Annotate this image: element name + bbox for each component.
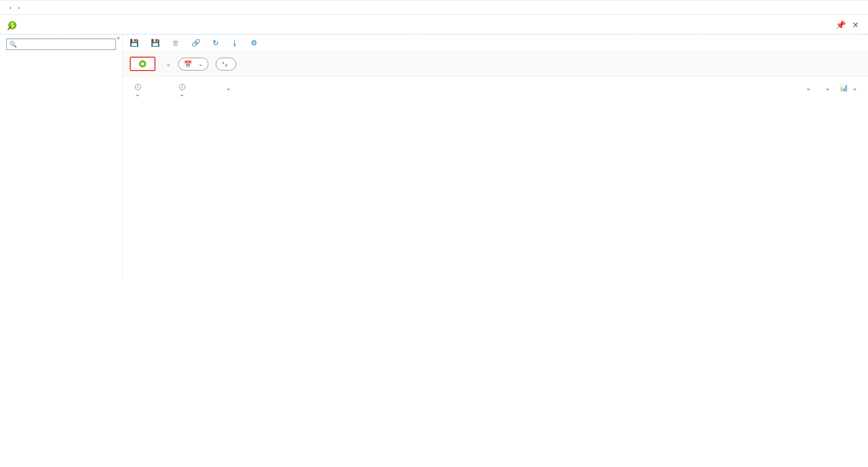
sidebar-search-input[interactable] bbox=[6, 39, 116, 50]
save-as-icon: 💾 bbox=[151, 39, 160, 47]
area-chart-icon: 📊 bbox=[840, 84, 848, 92]
chevron-down-icon: ⌄ bbox=[852, 84, 858, 92]
chevron-right-icon: › bbox=[18, 4, 20, 11]
chart-type-dropdown[interactable]: 📊 ⌄ bbox=[840, 84, 858, 92]
controls-row: ⌄ 📅⌄ ⁺ᵧ bbox=[123, 51, 868, 77]
refresh-button[interactable]: ↻ bbox=[213, 39, 222, 47]
svg-text:$: $ bbox=[11, 22, 14, 29]
save-button[interactable]: 💾 bbox=[130, 39, 142, 47]
share-button[interactable]: 🔗 bbox=[192, 39, 203, 47]
chevron-down-icon: ⌄ bbox=[166, 60, 171, 67]
pin-button[interactable]: 📌 bbox=[832, 18, 849, 32]
gear-icon: ⚙ bbox=[251, 39, 257, 47]
chevron-down-icon: ⌄ bbox=[806, 84, 811, 92]
add-filter-button[interactable]: ⁺ᵧ bbox=[216, 58, 236, 71]
breadcrumb: › › bbox=[0, 0, 868, 15]
content-area: 💾 💾 🗑 🔗 ↻ ⭳ ⚙ ⌄ 📅⌄ ⁺ᵧ i ⌄ bbox=[123, 34, 868, 280]
delete-icon: 🗑 bbox=[172, 39, 179, 47]
chart-legend bbox=[123, 259, 868, 270]
date-range-picker[interactable]: 📅⌄ bbox=[178, 58, 209, 71]
granularity-dropdown[interactable]: ⌄ bbox=[821, 84, 830, 92]
group-by-dropdown[interactable]: ⌄ bbox=[802, 84, 811, 92]
save-as-button[interactable]: 💾 bbox=[151, 39, 163, 47]
command-bar: 💾 💾 🗑 🔗 ↻ ⭳ ⚙ bbox=[123, 34, 868, 51]
cost-chart bbox=[123, 98, 868, 259]
settings-button[interactable]: ⚙ bbox=[251, 39, 261, 47]
breakdown-cards bbox=[123, 270, 868, 280]
sidebar: « 🔍 bbox=[0, 34, 123, 280]
kpi-actual-cost[interactable]: i ⌄ bbox=[133, 84, 141, 98]
view-dropdown[interactable]: ⌄ bbox=[163, 60, 171, 67]
chart-options: ⌄ ⌄ 📊 ⌄ bbox=[802, 84, 858, 92]
save-icon: 💾 bbox=[130, 39, 138, 47]
search-icon: 🔍 bbox=[9, 41, 17, 48]
delete-view-button: 🗑 bbox=[172, 39, 182, 47]
kpi-budget[interactable]: ⌄ bbox=[221, 84, 231, 92]
chevron-down-icon: ⌄ bbox=[225, 84, 231, 92]
chevron-down-icon: ⌄ bbox=[198, 61, 203, 67]
chevron-down-icon: ⌄ bbox=[135, 90, 141, 98]
export-button[interactable]: ⭳ bbox=[231, 39, 241, 47]
chevron-down-icon: ⌄ bbox=[825, 84, 830, 92]
scope-selector[interactable] bbox=[130, 57, 155, 71]
filter-add-icon: ⁺ᵧ bbox=[221, 60, 228, 68]
info-icon[interactable]: i bbox=[135, 84, 141, 90]
cost-analysis-app-icon: $ bbox=[6, 19, 19, 31]
calendar-icon: 📅 bbox=[184, 60, 192, 68]
close-button[interactable]: ✕ bbox=[849, 18, 862, 32]
page-header: $ 📌 ✕ bbox=[0, 15, 868, 34]
chevron-right-icon: › bbox=[9, 4, 11, 11]
kpi-row: i ⌄ i ⌄ ⌄ ⌄ ⌄ 📊 ⌄ bbox=[123, 77, 868, 98]
refresh-icon: ↻ bbox=[213, 39, 219, 47]
info-icon[interactable]: i bbox=[179, 84, 185, 90]
share-icon: 🔗 bbox=[192, 39, 200, 47]
kpi-forecast[interactable]: i ⌄ bbox=[177, 84, 185, 98]
export-icon: ⭳ bbox=[231, 39, 238, 47]
chevron-down-icon: ⌄ bbox=[179, 90, 185, 98]
scope-org-icon bbox=[139, 60, 146, 67]
